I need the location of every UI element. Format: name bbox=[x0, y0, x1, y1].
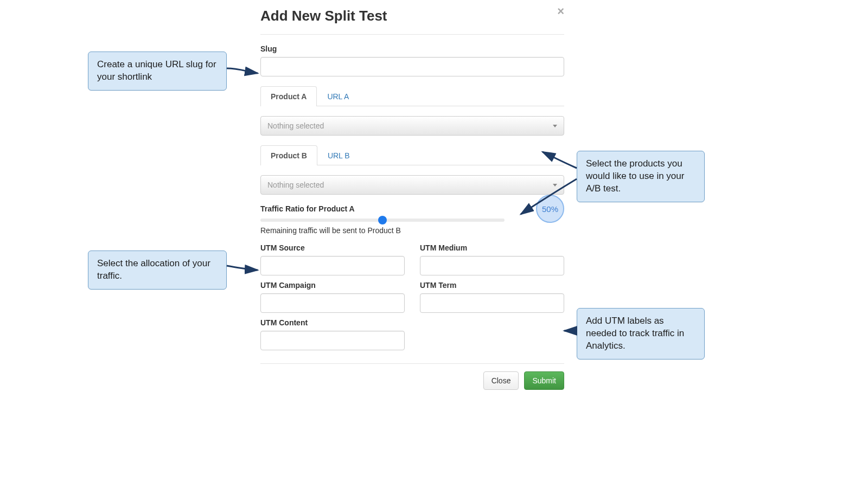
traffic-ratio-group: Traffic Ratio for Product A 50% Remainin… bbox=[260, 204, 564, 235]
product-b-select[interactable]: Nothing selected bbox=[260, 175, 564, 195]
utm-term-input[interactable] bbox=[420, 293, 564, 313]
product-a-select-group: Nothing selected bbox=[260, 116, 564, 136]
product-b-select-group: Nothing selected bbox=[260, 175, 564, 195]
callout-utm: Add UTM labels as needed to track traffi… bbox=[577, 308, 705, 359]
modal-header: Add New Split Test × bbox=[260, 0, 564, 35]
chevron-down-icon bbox=[553, 125, 557, 127]
traffic-ratio-slider[interactable] bbox=[260, 219, 505, 222]
slug-input[interactable] bbox=[260, 57, 564, 76]
utm-source-label: UTM Source bbox=[260, 243, 405, 252]
tab-url-b[interactable]: URL B bbox=[317, 145, 360, 165]
utm-content-label: UTM Content bbox=[260, 318, 405, 327]
product-a-tabs: Product A URL A bbox=[260, 86, 564, 106]
modal-body: Slug Product A URL A Nothing selected Pr… bbox=[260, 35, 564, 356]
product-a-select[interactable]: Nothing selected bbox=[260, 116, 564, 136]
tab-url-a[interactable]: URL A bbox=[317, 86, 359, 106]
utm-term-label: UTM Term bbox=[420, 281, 564, 290]
callout-traffic: Select the allocation of your traffic. bbox=[88, 251, 227, 290]
utm-campaign-input[interactable] bbox=[260, 293, 405, 313]
callout-products: Select the products you would like to us… bbox=[577, 151, 705, 202]
utm-medium-label: UTM Medium bbox=[420, 243, 564, 252]
slug-group: Slug bbox=[260, 44, 564, 76]
utm-campaign-label: UTM Campaign bbox=[260, 281, 405, 290]
tab-product-b[interactable]: Product B bbox=[260, 145, 317, 165]
traffic-ratio-label: Traffic Ratio for Product A bbox=[260, 204, 564, 213]
utm-grid: UTM Source UTM Campaign UTM Content UTM … bbox=[260, 243, 564, 356]
traffic-ratio-badge: 50% bbox=[536, 195, 564, 223]
chevron-down-icon bbox=[553, 184, 557, 187]
utm-medium-input[interactable] bbox=[420, 256, 564, 275]
modal-footer: Close Submit bbox=[260, 363, 564, 397]
product-a-select-text: Nothing selected bbox=[267, 121, 324, 130]
product-b-tabs: Product B URL B bbox=[260, 145, 564, 165]
close-icon[interactable]: × bbox=[557, 5, 564, 17]
modal-title: Add New Split Test bbox=[260, 8, 564, 24]
utm-source-input[interactable] bbox=[260, 256, 405, 275]
close-button[interactable]: Close bbox=[483, 371, 519, 390]
callout-slug: Create a unique URL slug for your shortl… bbox=[88, 52, 227, 91]
utm-content-input[interactable] bbox=[260, 331, 405, 350]
slider-handle[interactable] bbox=[378, 216, 387, 224]
split-test-modal: Add New Split Test × Slug Product A URL … bbox=[260, 0, 564, 397]
submit-button[interactable]: Submit bbox=[524, 371, 564, 390]
traffic-helper-text: Remaining traffic will be sent to Produc… bbox=[260, 226, 564, 235]
slug-label: Slug bbox=[260, 44, 564, 53]
tab-product-a[interactable]: Product A bbox=[260, 86, 317, 106]
product-b-select-text: Nothing selected bbox=[267, 181, 324, 189]
